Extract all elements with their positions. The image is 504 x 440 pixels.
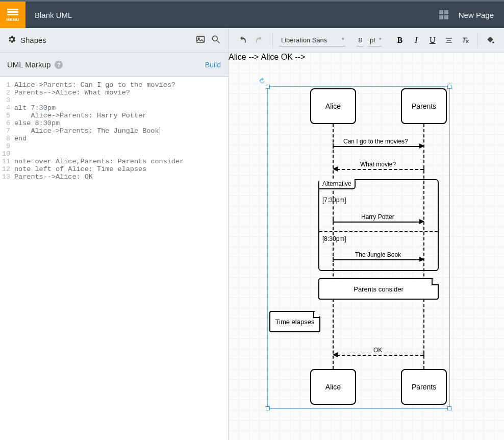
participant-alice-bottom[interactable]: Alice	[310, 369, 356, 405]
align-button[interactable]	[443, 34, 455, 46]
new-page-button[interactable]: New Page	[459, 11, 494, 19]
left-panel: UML Markup ? Build 1Alice->Parents: Can …	[0, 53, 229, 440]
code-line[interactable]: 7 Alice->Parents: The Jungle Book	[0, 127, 228, 135]
alt-condition: [7:30pm]	[322, 197, 346, 204]
image-icon[interactable]	[195, 34, 206, 46]
search-icon[interactable]	[211, 34, 221, 46]
alt-condition: [8:30pm]	[322, 235, 346, 242]
code-line[interactable]: 3	[0, 96, 228, 104]
underline-button[interactable]: U	[426, 34, 439, 46]
hamburger-icon	[7, 8, 18, 16]
code-line[interactable]: 13Parents-->Alice: OK	[0, 173, 228, 181]
menu-button[interactable]: MENU	[0, 2, 26, 28]
markup-header: UML Markup ? Build	[0, 53, 228, 77]
code-line[interactable]: 4alt 7:30pm	[0, 104, 228, 112]
fill-button[interactable]	[484, 34, 496, 46]
message-label: Can I go to the movies?	[343, 138, 408, 145]
code-line[interactable]: 6else 8:30pm	[0, 119, 228, 127]
message-arrow[interactable]	[337, 355, 423, 356]
code-line[interactable]: 12note left of Alice: Time elapses	[0, 165, 228, 173]
alt-divider	[319, 231, 438, 232]
italic-button[interactable]: I	[410, 34, 422, 46]
code-line[interactable]: 8end	[0, 135, 228, 142]
code-line[interactable]: 1Alice->Parents: Can I go to the movies?	[0, 81, 228, 89]
svg-point-2	[212, 36, 217, 41]
message-arrow[interactable]	[334, 259, 420, 260]
svg-line-3	[217, 40, 220, 43]
font-family-select[interactable]: Liberation Sans	[279, 34, 345, 46]
shapes-panel-header: Shapes	[0, 28, 229, 52]
message-arrow[interactable]	[334, 146, 420, 147]
canvas[interactable]: Alice Parents Can I go to the movies? Al…	[229, 53, 504, 440]
alt-label: Alternative	[319, 179, 356, 189]
help-icon[interactable]: ?	[55, 61, 63, 69]
menu-label: MENU	[6, 17, 19, 22]
participant-parents-bottom[interactable]: Parents	[401, 369, 447, 405]
font-unit-select[interactable]: pt	[368, 34, 382, 46]
participant-parents-top[interactable]: Parents	[401, 88, 447, 124]
participant-alice-top[interactable]: Alice	[310, 88, 356, 124]
canvas-toolbar: Liberation Sans 8 pt B I U	[229, 28, 504, 52]
code-line[interactable]: 2Parents-->Alice: What movie?	[0, 89, 228, 96]
shapes-label[interactable]: Shapes	[20, 36, 46, 44]
topbar: MENU Blank UML New Page	[0, 0, 504, 28]
message-label: What movie?	[360, 161, 396, 168]
markup-title: UML Markup	[7, 60, 51, 69]
message-label: The Jungle Book	[355, 251, 401, 258]
message-label: Harry Potter	[361, 213, 394, 221]
clear-format-button[interactable]	[459, 34, 471, 46]
code-line[interactable]: 10	[0, 150, 228, 158]
grid-view-icon[interactable]	[439, 10, 448, 19]
build-button[interactable]: Build	[205, 61, 221, 69]
undo-button[interactable]	[236, 34, 249, 47]
redo-button[interactable]	[253, 34, 266, 47]
bold-button[interactable]: B	[394, 34, 406, 46]
message-arrow[interactable]	[337, 169, 423, 170]
font-size-input[interactable]: 8	[357, 34, 364, 46]
message-label: OK	[373, 347, 382, 354]
code-line[interactable]: 11note over Alice,Parents: Parents consi…	[0, 158, 228, 165]
document-title[interactable]: Blank UML	[26, 2, 81, 28]
svg-point-7	[492, 41, 494, 43]
note-left[interactable]: Time elapses	[269, 311, 320, 332]
rotate-handle-icon[interactable]	[259, 78, 266, 85]
gear-icon[interactable]	[7, 35, 16, 45]
code-line[interactable]: 5 Alice->Parents: Harry Potter	[0, 112, 228, 119]
message-arrow[interactable]	[334, 222, 420, 223]
toolbar: Shapes Liberation Sans 8 pt B I U	[0, 28, 504, 53]
note-over[interactable]: Parents consider	[318, 278, 439, 300]
code-line[interactable]: 9	[0, 142, 228, 150]
code-editor[interactable]: 1Alice->Parents: Can I go to the movies?…	[0, 77, 228, 440]
